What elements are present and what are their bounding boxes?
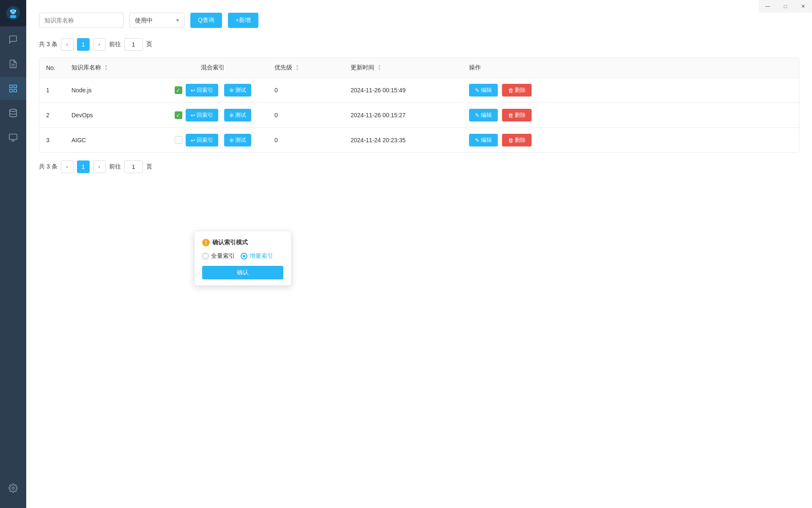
full-index-radio[interactable] [202,253,209,260]
row3-reindex-button[interactable]: ↩回索引 [186,134,218,146]
sidebar-item-settings[interactable] [0,477,26,500]
sidebar [0,0,26,508]
row2-edit-button[interactable]: ✎编辑 [469,109,498,121]
row1-name: Node.js [65,78,158,103]
row2-actions: ✎编辑 🗑删除 [462,103,799,128]
row2-checkbox[interactable]: ✓ [175,111,182,119]
pagination-bottom: 共 3 条 ‹ 1 › 前往 页 [39,160,799,173]
row1-delete-button[interactable]: 🗑删除 [502,84,532,97]
goto-input-top[interactable] [124,38,143,51]
row3-delete-button[interactable]: 🗑删除 [502,134,532,146]
sort-priority-icon: ▲▼ [296,64,299,71]
header-mixed: 混合索引 [158,58,268,78]
full-index-option[interactable]: 全量索引 [202,252,235,260]
sort-time-icon: ▲▼ [378,64,381,71]
row1-time: 2024-11-26 00:15:49 [344,78,462,103]
row2-name: DevOps [65,103,158,128]
total-count-top: 共 3 条 [39,41,58,48]
header-time: 更新时间 ▲▼ [344,58,462,78]
svg-point-1 [11,9,16,14]
row2-delete-button[interactable]: 🗑删除 [502,109,532,121]
incremental-index-option[interactable]: 增量索引 [241,252,273,260]
row3-priority: 0 [268,128,344,153]
sidebar-item-knowledge[interactable] [0,77,26,100]
pagination-top: 共 3 条 ‹ 1 › 前往 页 [39,38,799,51]
data-table: No. 知识库名称 ▲▼ 混合索引 优先级 ▲▼ 更新时间 ▲▼ 操作 [39,58,799,153]
next-page-bottom[interactable]: › [93,160,106,173]
header-name: 知识库名称 ▲▼ [65,58,158,78]
row2-priority: 0 [268,103,344,128]
status-select[interactable]: 使用中 未使用 全部 [129,13,184,28]
table-row: 1 Node.js ✓ ↩回索引 ※测试 0 [39,78,799,103]
row3-time: 2024-11-24 20:23:35 [344,128,462,153]
goto-suffix-top: 页 [146,41,152,48]
row1-no: 1 [39,78,65,103]
popup-title: ! 确认索引模式 [202,239,283,246]
header-action: 操作 [462,58,799,78]
row1-mixed: ✓ ↩回索引 ※测试 [158,78,268,103]
goto-suffix-bottom: 页 [146,163,152,171]
confirm-button[interactable]: 确认 [202,266,283,279]
total-count-bottom: 共 3 条 [39,163,58,171]
svg-point-3 [10,10,12,12]
svg-point-4 [15,10,16,12]
goto-input-bottom[interactable] [124,160,143,173]
current-page-top: 1 [77,38,90,51]
row1-edit-button[interactable]: ✎编辑 [469,84,498,97]
prev-page-bottom[interactable]: ‹ [61,160,74,173]
warning-icon: ! [202,239,210,246]
row1-reindex-button[interactable]: ↩回索引 [186,84,218,97]
add-button[interactable]: +新增 [228,13,258,28]
row3-mixed: ↩回索引 ※测试 [158,128,268,153]
svg-rect-9 [14,85,16,88]
incremental-index-radio[interactable] [241,253,247,260]
sidebar-item-database[interactable] [0,102,26,124]
toolbar: 使用中 未使用 全部 ▼ Q查询 +新增 [39,13,799,28]
row2-reindex-button[interactable]: ↩回索引 [186,109,218,121]
row3-name: AIGC [65,128,158,153]
header-no: No. [39,58,65,78]
row3-test-button[interactable]: ※测试 [224,134,251,146]
row2-mixed: ✓ ↩回索引 ※测试 [158,103,268,128]
goto-prefix-bottom: 前往 [109,163,121,171]
sidebar-item-chat[interactable] [0,28,26,51]
row3-checkbox[interactable] [175,136,182,144]
row2-time: 2024-11-26 00:15:27 [344,103,462,128]
table-row: 2 DevOps ✓ ↩回索引 ※测试 0 [39,103,799,128]
row3-actions: ✎编辑 🗑删除 [462,128,799,153]
svg-rect-2 [10,15,16,18]
goto-prefix-top: 前往 [109,41,121,48]
sidebar-item-document[interactable] [0,52,26,75]
row1-actions: ✎编辑 🗑删除 [462,78,799,103]
close-button[interactable]: ✕ [794,0,812,13]
index-mode-popup: ! 确认索引模式 全量索引 增量索引 确认 [194,231,291,286]
status-select-wrapper: 使用中 未使用 全部 ▼ [129,13,184,28]
row3-edit-button[interactable]: ✎编辑 [469,134,498,146]
row3-no: 3 [39,128,65,153]
full-index-label: 全量索引 [211,252,235,260]
sidebar-item-monitor[interactable] [0,126,26,149]
query-button[interactable]: Q查询 [190,13,222,28]
popup-options: 全量索引 增量索引 [202,252,283,260]
row2-no: 2 [39,103,65,128]
minimize-button[interactable]: — [759,0,776,13]
svg-rect-10 [14,89,16,92]
table-row: 3 AIGC ↩回索引 ※测试 0 [39,128,799,153]
svg-rect-13 [9,134,17,140]
row2-test-button[interactable]: ※测试 [224,109,251,121]
search-input[interactable] [39,13,123,28]
svg-rect-5 [12,12,14,13]
prev-page-top[interactable]: ‹ [61,38,74,51]
maximize-button[interactable]: □ [776,0,794,13]
svg-rect-8 [10,85,12,88]
svg-point-12 [10,109,17,112]
next-page-top[interactable]: › [93,38,106,51]
row1-checkbox[interactable]: ✓ [175,86,182,94]
incremental-index-label: 增量索引 [250,252,273,260]
row1-priority: 0 [268,78,344,103]
main-content: — □ ✕ 使用中 未使用 全部 ▼ Q查询 +新增 共 3 条 ‹ 1 › 前… [26,0,812,508]
row1-test-button[interactable]: ※测试 [224,84,251,97]
current-page-bottom: 1 [77,160,90,173]
sort-name-icon: ▲▼ [104,64,108,71]
sidebar-logo [0,0,26,26]
